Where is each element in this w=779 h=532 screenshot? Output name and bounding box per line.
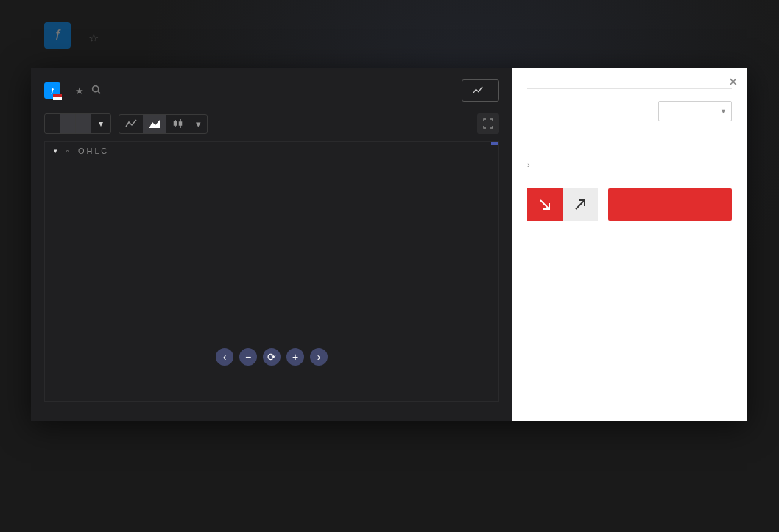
- search-icon[interactable]: [91, 85, 101, 96]
- chart-area[interactable]: ▾ ▫ O H L C ‹ − ⟳ + ›: [44, 141, 499, 402]
- fullscreen-icon[interactable]: [477, 113, 499, 134]
- tf-1d[interactable]: [60, 114, 75, 133]
- timeframe-group: ▾: [44, 113, 111, 134]
- candle-chart-icon[interactable]: [166, 115, 190, 133]
- submit-button[interactable]: [608, 188, 732, 221]
- current-price-tag: [491, 142, 498, 145]
- svg-line-1: [98, 91, 100, 93]
- area-chart-icon[interactable]: [143, 115, 166, 133]
- chart-panel: f ★ ▾: [31, 68, 512, 421]
- chart-settings-icon[interactable]: ▫: [66, 146, 69, 155]
- line-chart-icon[interactable]: [119, 115, 143, 133]
- tpsl-toggle[interactable]: ›: [527, 156, 732, 174]
- order-panel: ✕ ▼ ›: [512, 68, 747, 421]
- amount-input[interactable]: ▼: [658, 101, 732, 121]
- svg-rect-3: [175, 121, 177, 125]
- chart-series-name[interactable]: ▾: [51, 147, 57, 155]
- asset-icon: f: [44, 82, 60, 99]
- range-row: [44, 402, 499, 409]
- tf-5[interactable]: [45, 114, 60, 133]
- ohlc-display: O H L C: [78, 146, 107, 155]
- amount-dropdown-icon[interactable]: ▼: [716, 107, 731, 115]
- svg-rect-5: [180, 122, 182, 125]
- chevron-right-icon: ›: [527, 160, 530, 169]
- svg-line-6: [540, 200, 549, 209]
- chart-prev-icon[interactable]: ‹: [216, 348, 233, 366]
- chart-zoom-out-icon[interactable]: −: [239, 348, 257, 366]
- direction-buy-button[interactable]: [563, 188, 598, 221]
- svg-point-0: [93, 86, 99, 92]
- star-icon[interactable]: ★: [75, 85, 84, 96]
- close-icon[interactable]: ✕: [728, 75, 738, 89]
- bg-coin-icon: f: [44, 22, 71, 49]
- tf-dropdown-icon[interactable]: ▾: [91, 114, 110, 133]
- chart-zoom-in-icon[interactable]: +: [286, 348, 304, 366]
- ct-dropdown-icon[interactable]: ▾: [190, 115, 207, 133]
- chart-next-icon[interactable]: ›: [310, 348, 328, 366]
- chart-type-group: ▾: [119, 114, 208, 134]
- technical-analysis-button[interactable]: [462, 79, 499, 102]
- svg-line-7: [576, 200, 585, 209]
- chart-reset-icon[interactable]: ⟳: [263, 348, 281, 366]
- tf-1[interactable]: [76, 114, 91, 133]
- star-icon[interactable]: ☆: [88, 32, 99, 44]
- direction-sell-button[interactable]: [527, 188, 563, 221]
